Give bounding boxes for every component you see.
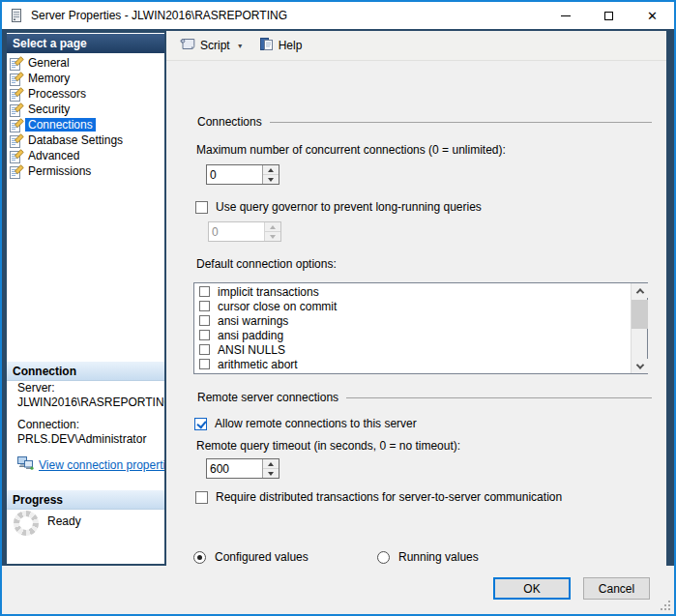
spinner-down-button <box>265 231 280 241</box>
minimize-icon <box>561 15 571 16</box>
chevron-down-icon <box>635 361 643 368</box>
ok-button[interactable]: OK <box>493 577 571 600</box>
timeout-input[interactable] <box>207 459 262 478</box>
page-icon <box>9 118 25 132</box>
sidebar-page-item[interactable]: General <box>9 55 162 71</box>
running-values-radio[interactable] <box>377 551 390 564</box>
connection-header: Connection <box>7 362 164 381</box>
maximize-button[interactable] <box>587 2 631 29</box>
allow-remote-label: Allow remote connections to this server <box>215 417 417 430</box>
help-button[interactable]: Help <box>254 33 308 58</box>
option-row[interactable]: ansi padding <box>194 328 631 342</box>
server-window-icon <box>11 8 23 23</box>
default-options-list: implicit transactions cursor close on co… <box>194 284 631 371</box>
require-dtc-label: Require distributed transactions for ser… <box>216 490 562 504</box>
scroll-up-button[interactable] <box>632 283 648 298</box>
option-checkbox[interactable] <box>199 359 210 369</box>
running-values-radio-row[interactable]: Running values <box>377 550 479 564</box>
dialog-body: Select a page <box>2 29 674 566</box>
arrow-up-icon <box>270 225 276 229</box>
close-icon: ✕ <box>647 10 658 22</box>
option-row[interactable]: ansi warnings <box>194 313 631 328</box>
option-checkbox[interactable] <box>199 344 210 355</box>
group-divider <box>346 397 652 398</box>
option-checkbox[interactable] <box>199 315 210 326</box>
max-connections-spinner <box>206 164 279 185</box>
connections-group-label: Connections <box>197 115 262 129</box>
help-button-label: Help <box>279 39 303 52</box>
main-panel: Script ▼ Help <box>166 31 666 566</box>
option-label: ansi warnings <box>218 314 288 328</box>
sidebar-page-label: Permissions <box>25 164 94 178</box>
allow-remote-checkbox[interactable] <box>194 418 207 430</box>
sidebar-page-item[interactable]: Memory <box>9 71 162 86</box>
scrollbar-thumb[interactable] <box>632 300 648 329</box>
close-button[interactable]: ✕ <box>631 2 674 29</box>
spinner-up-button[interactable] <box>263 165 279 174</box>
sidebar-page-item[interactable]: Database Settings <box>9 132 162 148</box>
server-properties-dialog: Server Properties - JLWIN2016\RASREPORTI… <box>0 0 676 616</box>
help-icon <box>259 37 275 54</box>
page-icon <box>9 149 25 163</box>
option-row[interactable]: arithmetic abort <box>194 357 631 371</box>
option-label: ANSI NULLS <box>218 343 285 357</box>
arrow-down-icon <box>270 235 276 239</box>
default-options-listbox: implicit transactions cursor close on co… <box>193 282 648 374</box>
option-label: ansi padding <box>218 329 283 342</box>
script-button[interactable]: Script ▼ <box>174 33 249 58</box>
sidebar-page-item[interactable]: Permissions <box>9 163 162 179</box>
spinner-up-button[interactable] <box>263 459 279 468</box>
option-row[interactable]: cursor close on commit <box>194 299 631 313</box>
query-governor-checkbox[interactable] <box>195 201 208 214</box>
scroll-down-button[interactable] <box>632 359 648 373</box>
arrow-up-icon <box>268 168 274 172</box>
connection-info: Server: JLWIN2016\RASREPORTING Connectio… <box>17 381 161 474</box>
view-connection-properties-link[interactable]: View connection properties <box>39 458 164 473</box>
sidebar-page-item[interactable]: Connections <box>9 117 162 132</box>
spinner-up-button <box>265 222 280 231</box>
progress-header: Progress <box>7 490 164 510</box>
sidebar-page-item[interactable]: Security <box>9 102 162 117</box>
max-connections-label: Maximum number of concurrent connections… <box>196 143 506 157</box>
script-icon <box>179 37 196 54</box>
option-label: arithmetic abort <box>218 358 298 371</box>
configured-values-radio[interactable] <box>193 551 206 564</box>
option-checkbox[interactable] <box>199 286 210 297</box>
option-checkbox[interactable] <box>199 301 210 311</box>
option-row[interactable]: ANSI NULLS <box>194 342 631 357</box>
page-icon <box>9 164 25 179</box>
max-connections-input[interactable] <box>207 165 262 184</box>
allow-remote-row[interactable]: Allow remote connections to this server <box>194 417 417 430</box>
sidebar-page-label: Security <box>25 103 73 116</box>
script-button-label: Script <box>200 39 230 52</box>
sidebar-page-label: Memory <box>25 72 73 85</box>
option-row[interactable]: implicit transactions <box>194 284 631 299</box>
cancel-button[interactable]: Cancel <box>583 577 650 600</box>
caption-buttons: ✕ <box>544 2 674 29</box>
sidebar-page-item[interactable]: Advanced <box>9 148 162 163</box>
page-icon <box>9 87 25 102</box>
sidebar-page-label: Processors <box>25 87 89 101</box>
sidebar-page-label: Connections <box>25 118 96 132</box>
configured-values-radio-row[interactable]: Configured values <box>193 550 309 564</box>
select-page-header: Select a page <box>7 34 164 53</box>
connection-value: PRLS.DEV\Administrator <box>17 432 161 447</box>
resize-grip[interactable] <box>661 601 670 610</box>
progress-spinner-icon <box>14 511 39 536</box>
minimize-button[interactable] <box>544 2 587 29</box>
sidebar-page-item[interactable]: Processors <box>9 86 162 102</box>
spinner-down-button[interactable] <box>263 468 279 478</box>
server-label: Server: <box>17 381 161 396</box>
query-governor-row[interactable]: Use query governor to prevent long-runni… <box>195 200 482 214</box>
page-icon <box>9 133 25 148</box>
require-dtc-row[interactable]: Require distributed transactions for ser… <box>195 490 562 504</box>
option-checkbox[interactable] <box>199 330 210 340</box>
remote-group-label: Remote server connections <box>197 391 338 404</box>
spinner-down-button[interactable] <box>263 174 279 184</box>
page-icon <box>9 56 25 71</box>
listbox-scrollbar[interactable] <box>631 283 647 373</box>
require-dtc-checkbox[interactable] <box>195 491 208 504</box>
server-value: JLWIN2016\RASREPORTING <box>17 396 161 410</box>
arrow-down-icon <box>268 178 274 182</box>
progress-block: Ready <box>14 511 81 536</box>
